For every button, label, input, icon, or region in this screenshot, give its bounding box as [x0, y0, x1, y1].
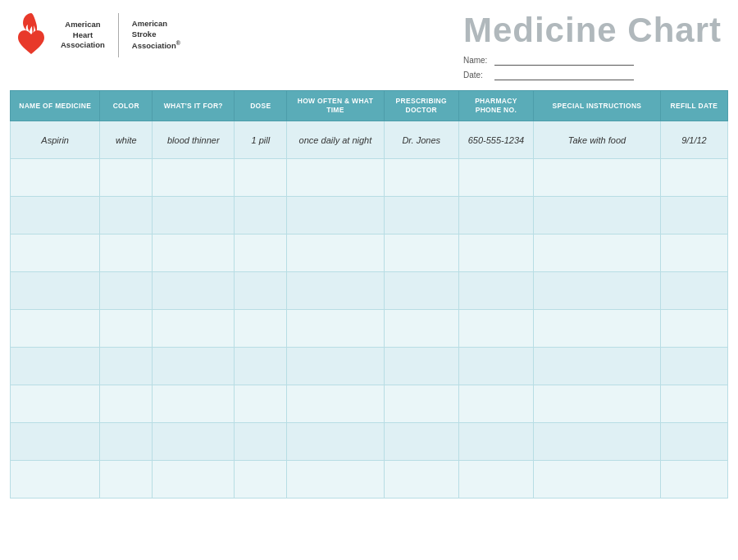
table-cell: 650-555-1234 — [458, 121, 533, 159]
table-cell — [384, 272, 458, 310]
table-cell — [660, 423, 727, 461]
table-cell — [235, 348, 287, 385]
table-cell — [458, 197, 533, 234]
table-cell — [11, 423, 100, 461]
table-cell — [660, 310, 727, 348]
table-cell — [384, 234, 458, 272]
table-cell — [100, 461, 153, 499]
table-cell — [660, 159, 727, 197]
table-cell — [384, 159, 458, 197]
table-cell — [458, 234, 533, 272]
table-cell — [235, 310, 287, 348]
table-header-cell: What's it for? — [153, 91, 235, 121]
table-cell — [100, 423, 153, 461]
table-cell — [458, 385, 533, 423]
table-header-cell: Prescribing Doctor — [384, 91, 458, 121]
table-cell — [533, 310, 660, 348]
table-header-cell: Special Instructions — [533, 91, 660, 121]
logo-divider — [118, 13, 119, 57]
page: American Heart Association American Stro… — [0, 0, 738, 560]
table-cell: Dr. Jones — [384, 121, 458, 159]
table-cell — [100, 348, 153, 385]
table-cell — [287, 159, 384, 197]
table-cell — [235, 461, 287, 499]
table-cell — [11, 461, 100, 499]
name-input-line[interactable] — [494, 54, 634, 66]
date-input-line[interactable] — [494, 69, 634, 80]
table-row: Aspirinwhiteblood thinner1 pillonce dail… — [11, 121, 728, 159]
medicine-table: Name of MedicineColorWhat's it for?DoseH… — [10, 90, 728, 499]
table-cell — [458, 272, 533, 310]
table-row — [11, 348, 728, 385]
table-header-cell: Pharmacy Phone No. — [458, 91, 533, 121]
table-cell — [533, 234, 660, 272]
table-cell — [458, 423, 533, 461]
table-cell — [153, 310, 235, 348]
table-cell: 1 pill — [235, 121, 287, 159]
table-cell — [235, 234, 287, 272]
table-header-cell: How Often & What Time — [287, 91, 384, 121]
table-cell — [287, 385, 384, 423]
table-cell: white — [100, 121, 153, 159]
table-cell — [660, 461, 727, 499]
table-cell — [153, 234, 235, 272]
table-cell — [153, 197, 235, 234]
table-cell: Take with food — [533, 121, 660, 159]
logo-registered: Association® — [132, 41, 180, 50]
table-cell — [11, 348, 100, 385]
table-row — [11, 159, 728, 197]
table-cell — [458, 310, 533, 348]
table-cell — [533, 385, 660, 423]
logo-area: American Heart Association American Stro… — [10, 10, 180, 61]
table-cell — [458, 461, 533, 499]
table-cell — [11, 272, 100, 310]
table-cell — [100, 197, 153, 234]
table-cell — [533, 461, 660, 499]
table-cell — [287, 348, 384, 385]
table-cell — [153, 461, 235, 499]
table-cell — [287, 234, 384, 272]
table-cell — [660, 385, 727, 423]
table-cell — [384, 423, 458, 461]
table-cell — [533, 272, 660, 310]
table-cell — [287, 423, 384, 461]
table-cell — [235, 159, 287, 197]
table-cell — [235, 423, 287, 461]
table-cell — [100, 385, 153, 423]
table-header-cell: Dose — [235, 91, 287, 121]
table-row — [11, 385, 728, 423]
table-wrapper: Name of MedicineColorWhat's it for?DoseH… — [0, 90, 738, 560]
table-row — [11, 272, 728, 310]
header-row: Name of MedicineColorWhat's it for?DoseH… — [11, 91, 728, 121]
table-cell: 9/1/12 — [660, 121, 727, 159]
table-cell — [153, 272, 235, 310]
table-cell — [235, 272, 287, 310]
table-cell — [384, 310, 458, 348]
date-field-row: Date: — [463, 69, 722, 80]
table-row — [11, 423, 728, 461]
table-cell — [533, 159, 660, 197]
table-cell — [287, 197, 384, 234]
table-cell — [100, 272, 153, 310]
table-cell — [11, 385, 100, 423]
table-row — [11, 234, 728, 272]
table-cell — [384, 348, 458, 385]
table-header-cell: Name of Medicine — [11, 91, 100, 121]
table-cell — [100, 234, 153, 272]
date-label: Date: — [463, 71, 494, 80]
table-row — [11, 310, 728, 348]
table-cell — [458, 348, 533, 385]
table-cell — [153, 385, 235, 423]
table-cell — [11, 234, 100, 272]
table-cell — [660, 348, 727, 385]
aha-logo-icon — [10, 10, 52, 61]
table-cell — [100, 310, 153, 348]
table-cell — [11, 197, 100, 234]
table-body: Aspirinwhiteblood thinner1 pillonce dail… — [11, 121, 728, 499]
table-cell — [533, 423, 660, 461]
table-cell: once daily at night — [287, 121, 384, 159]
table-cell — [533, 197, 660, 234]
name-field-row: Name: — [463, 54, 722, 66]
table-cell — [287, 272, 384, 310]
form-fields: Name: Date: — [463, 54, 722, 80]
